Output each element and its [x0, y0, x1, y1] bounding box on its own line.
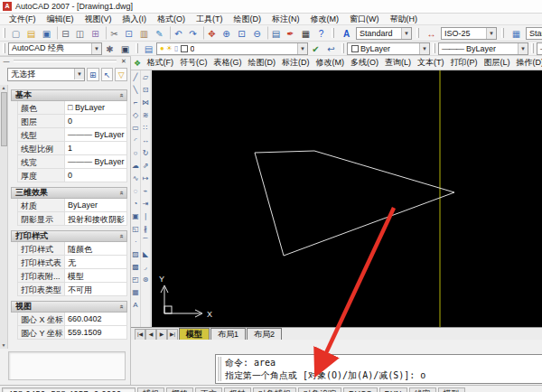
mirror-icon[interactable]: ⋈ — [141, 97, 151, 109]
express-menu-item[interactable]: 文本(T) — [415, 57, 448, 69]
circle-icon[interactable]: ○ — [131, 147, 141, 160]
layer-combo[interactable]: ● ☀ ▯ 0 ▼ — [156, 42, 308, 55]
status-toggle-button[interactable]: 对象追踪 — [298, 387, 341, 392]
scrollbar-thumb[interactable] — [1, 92, 7, 146]
zoom-previous-icon[interactable]: ⊖ — [249, 26, 265, 40]
collapse-chevron-icon[interactable]: » — [117, 304, 125, 308]
text-style-combo[interactable]: Standard ▼ — [356, 27, 412, 40]
quick-select-button[interactable]: ▽ — [115, 68, 127, 81]
dim-style-combo[interactable]: ISO-25 ▼ — [441, 27, 497, 40]
polygon-icon[interactable]: ◇ — [131, 109, 141, 122]
workspace-settings-icon[interactable]: ✱ — [102, 42, 117, 55]
line-icon[interactable]: ╱ — [131, 71, 141, 84]
command-input-line[interactable]: 指定第一个角点或 [对象(O)/加(A)/减(S)]: o — [225, 369, 540, 382]
tab-nav-button[interactable]: ▶| — [167, 329, 178, 340]
status-toggle-button[interactable]: DUCS — [343, 387, 378, 392]
express-menu-item[interactable]: 操作(D) — [513, 57, 542, 69]
match-properties-icon[interactable]: ✎ — [152, 26, 167, 40]
toggle-pickadd-button[interactable]: ⊞ — [87, 68, 99, 81]
chamfer-icon[interactable]: ◣ — [141, 248, 151, 261]
break-icon[interactable]: ∦ — [141, 223, 151, 236]
status-toggle-button[interactable]: 栅格 — [166, 387, 193, 392]
layer-lock-icon[interactable]: ▯ — [174, 44, 178, 52]
status-toggle-button[interactable]: 线宽 — [409, 387, 436, 392]
move-icon[interactable]: ↔ — [141, 135, 151, 147]
pan-icon[interactable]: ✥ — [203, 26, 219, 40]
multiline-text-icon[interactable]: A — [131, 299, 141, 312]
menu-item[interactable]: 绘图(D) — [229, 14, 267, 25]
rotate-icon[interactable]: ↻ — [141, 147, 151, 160]
toolbar-grip[interactable] — [136, 43, 138, 53]
command-window-grip[interactable] — [218, 357, 221, 381]
menu-item[interactable]: 窗口(W) — [344, 14, 385, 25]
zoom-window-icon[interactable]: ⊡ — [234, 26, 249, 40]
quickcalc-icon[interactable]: ▦ — [298, 26, 313, 40]
hatch-icon[interactable]: ▨ — [131, 248, 141, 261]
express-menu-item[interactable]: 绘图(D) — [245, 57, 279, 69]
ellipse-icon[interactable]: ◌ — [131, 185, 141, 198]
drawing-area[interactable]: Y X — [152, 70, 542, 327]
paste-icon[interactable]: ▥ — [136, 26, 152, 40]
zoom-realtime-icon[interactable]: ⊕ — [219, 26, 234, 40]
rectangle-icon[interactable]: ▭ — [131, 122, 141, 135]
status-toggle-button[interactable]: 正交 — [195, 387, 222, 392]
color-control-combo[interactable]: ByLayer ▼ — [347, 42, 430, 55]
spline-icon[interactable]: ∿ — [131, 173, 141, 185]
menu-item[interactable]: 格式(O) — [152, 14, 191, 25]
express-menu-item[interactable]: 多线(O) — [348, 57, 382, 69]
help-icon[interactable]: ? — [313, 26, 329, 40]
arc-icon[interactable]: ◜ — [131, 135, 141, 147]
open-icon[interactable]: ▤ — [23, 26, 39, 40]
extend-icon[interactable]: ⇥ — [141, 198, 151, 210]
menu-item[interactable]: 修改(M) — [305, 14, 345, 25]
layer-color-swatch[interactable] — [181, 45, 188, 52]
stretch-icon[interactable]: ↦ — [141, 173, 151, 185]
status-toggle-button[interactable]: DYN — [379, 387, 407, 392]
palette-minimize-button[interactable]: — — [2, 57, 11, 65]
copy-icon[interactable]: ⊡ — [121, 26, 136, 40]
gradient-icon[interactable]: ▩ — [131, 261, 141, 274]
toolbar-grip[interactable] — [332, 28, 334, 38]
cut-icon[interactable]: ✂ — [106, 26, 121, 40]
scale-icon[interactable]: ⇗ — [141, 160, 151, 173]
collapse-chevron-icon[interactable]: » — [117, 191, 125, 194]
plot-preview-icon[interactable]: ◫ — [72, 26, 88, 40]
section-general[interactable]: 基本 » — [11, 89, 127, 101]
toolbar-grip[interactable] — [501, 28, 504, 38]
menu-item[interactable]: 插入(I) — [117, 14, 153, 25]
plot-icon[interactable]: ⊟ — [57, 26, 72, 40]
revision-cloud-icon[interactable]: ☁ — [131, 160, 141, 173]
express-menu-item[interactable]: 符号(C) — [177, 57, 211, 69]
toolbar-grip[interactable] — [3, 28, 5, 38]
region-icon[interactable]: ◰ — [131, 274, 141, 286]
section-3d-effects[interactable]: 三维效果 » — [11, 187, 127, 199]
status-toggle-button[interactable]: 捕捉 — [137, 387, 164, 392]
scroll-up-icon[interactable]: ▲ — [2, 85, 6, 90]
palette-scrollbar[interactable]: ▲ ▼ — [0, 85, 8, 349]
tab-model[interactable]: 模型 — [179, 328, 210, 340]
collapse-chevron-icon[interactable]: » — [117, 234, 125, 238]
menu-item[interactable]: 视图(V) — [79, 14, 117, 25]
toolbar-grip[interactable] — [3, 43, 5, 53]
make-block-icon[interactable]: ◱ — [131, 223, 141, 236]
menu-item[interactable]: 帮助(H) — [385, 14, 424, 25]
drawing-polygon[interactable] — [255, 151, 454, 256]
selection-combo[interactable]: 无选择 ▼ — [7, 68, 85, 81]
palette-close-button[interactable]: ✕ — [119, 57, 128, 65]
toolbar-grip[interactable] — [341, 43, 344, 53]
tab-layout1[interactable]: 布局1 — [210, 328, 246, 340]
status-toggle-button[interactable]: 模型 — [438, 387, 465, 392]
toolbar-grip[interactable] — [531, 43, 534, 53]
ellipse-arc-icon[interactable]: ◔ — [131, 198, 141, 210]
lineweight-control-combo[interactable]: ——— — [537, 42, 542, 55]
fillet-icon[interactable]: ◞ — [141, 261, 151, 274]
polyline-icon[interactable]: ⌐ — [131, 97, 141, 109]
express-menu-item[interactable]: 修改(M) — [313, 57, 348, 69]
select-objects-button[interactable]: ↖ — [101, 68, 114, 81]
express-menu-item[interactable]: 查询(L) — [382, 57, 415, 69]
status-toggle-button[interactable]: 对象捕捉 — [253, 387, 296, 392]
menu-item[interactable]: 工具(T) — [191, 14, 229, 25]
toolbar-grip[interactable] — [416, 28, 419, 38]
explode-icon[interactable]: ⊛ — [141, 274, 151, 286]
express-menu-item[interactable]: 标注(D) — [279, 57, 313, 69]
